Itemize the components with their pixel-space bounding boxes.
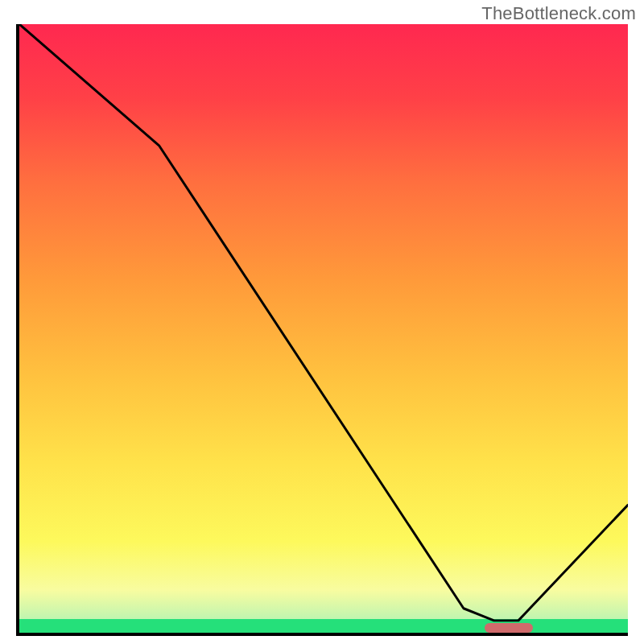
chart-area xyxy=(16,24,628,636)
bottleneck-curve xyxy=(19,24,628,633)
optimal-marker xyxy=(485,623,534,633)
attribution-text: TheBottleneck.com xyxy=(481,3,636,24)
